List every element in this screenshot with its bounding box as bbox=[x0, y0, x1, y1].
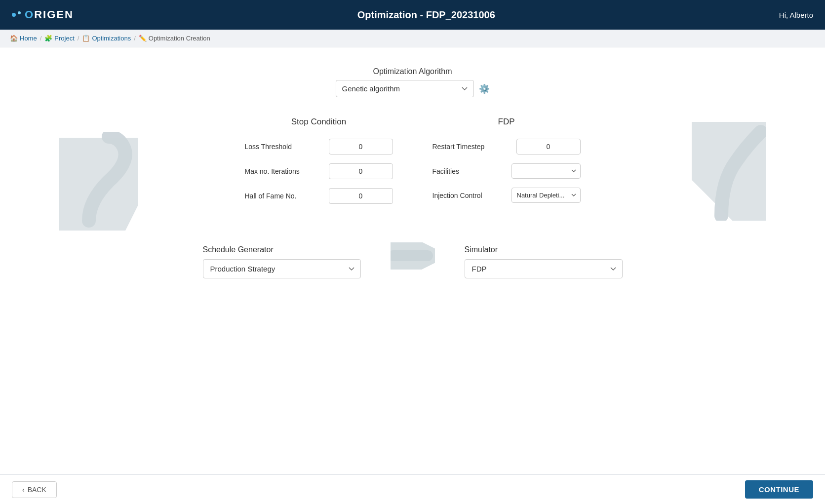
optimizations-icon: 📋 bbox=[82, 35, 90, 42]
max-iterations-row: Max no. Iterations bbox=[245, 163, 393, 179]
project-icon: 🧩 bbox=[44, 35, 52, 42]
schedule-generator-label: Schedule Generator bbox=[203, 245, 361, 254]
facilities-label: Facilities bbox=[432, 167, 502, 175]
hall-of-fame-input[interactable] bbox=[329, 188, 393, 204]
header-title: Optimization - FDP_20231006 bbox=[357, 9, 495, 21]
facilities-row: Facilities bbox=[432, 163, 581, 179]
middle-area: Stop Condition Loss Threshold Max no. It… bbox=[20, 117, 805, 213]
facilities-select[interactable] bbox=[511, 163, 581, 179]
breadcrumb: 🏠 Home / 🧩 Project / 📋 Optimizations / ✏… bbox=[0, 30, 825, 47]
breadcrumb-current: ✏️ Optimization Creation bbox=[139, 35, 210, 42]
fdp-section: FDP Restart Timestep Facilities Injectio… bbox=[432, 117, 581, 212]
algorithm-label: Optimization Algorithm bbox=[373, 67, 452, 76]
header: ORIGEN Optimization - FDP_20231006 Hi, A… bbox=[0, 0, 825, 30]
simulator-section: Simulator FDP Eclipse OPM bbox=[465, 245, 623, 278]
schedule-generator-section: Schedule Generator Production Strategy O… bbox=[203, 245, 361, 278]
simulator-select[interactable]: FDP Eclipse OPM bbox=[465, 259, 623, 278]
bottom-section: Schedule Generator Production Strategy O… bbox=[20, 242, 805, 278]
fdp-title: FDP bbox=[432, 117, 581, 127]
back-button[interactable]: ‹ BACK bbox=[12, 481, 57, 498]
form-sections: Stop Condition Loss Threshold Max no. It… bbox=[20, 117, 805, 213]
arrow-between-decoration bbox=[391, 242, 435, 271]
algorithm-select-wrap: Genetic algorithm Particle Swarm Simulat… bbox=[336, 80, 490, 97]
back-chevron-icon: ‹ bbox=[22, 486, 25, 494]
injection-control-label: Injection Control bbox=[432, 192, 502, 199]
logo: ORIGEN bbox=[12, 8, 74, 21]
loss-threshold-row: Loss Threshold bbox=[245, 139, 393, 155]
hall-of-fame-row: Hall of Fame No. bbox=[245, 188, 393, 204]
max-iterations-label: Max no. Iterations bbox=[245, 167, 314, 175]
loss-threshold-input[interactable] bbox=[329, 139, 393, 155]
breadcrumb-optimizations[interactable]: 📋 Optimizations bbox=[82, 35, 131, 42]
main-content: Optimization Algorithm Genetic algorithm… bbox=[0, 47, 825, 497]
restart-timestep-input[interactable] bbox=[516, 139, 581, 155]
breadcrumb-project[interactable]: 🧩 Project bbox=[44, 35, 74, 42]
loss-threshold-label: Loss Threshold bbox=[245, 143, 314, 151]
logo-dot1 bbox=[12, 13, 16, 17]
continue-button[interactable]: CONTINUE bbox=[745, 480, 813, 499]
max-iterations-input[interactable] bbox=[329, 163, 393, 179]
simulator-label: Simulator bbox=[465, 245, 623, 254]
restart-timestep-row: Restart Timestep bbox=[432, 139, 581, 155]
footer: ‹ BACK CONTINUE bbox=[0, 474, 825, 504]
breadcrumb-sep1: / bbox=[40, 35, 42, 42]
logo-dots bbox=[12, 13, 21, 17]
logo-dot2 bbox=[18, 11, 21, 14]
breadcrumb-sep3: / bbox=[134, 35, 136, 42]
restart-timestep-label: Restart Timestep bbox=[432, 143, 502, 151]
home-icon: 🏠 bbox=[10, 35, 18, 42]
injection-control-row: Injection Control Natural Depleti... bbox=[432, 188, 581, 203]
schedule-generator-select[interactable]: Production Strategy Option 2 bbox=[203, 259, 361, 278]
algorithm-select[interactable]: Genetic algorithm Particle Swarm Simulat… bbox=[336, 80, 474, 97]
breadcrumb-sep2: / bbox=[78, 35, 79, 42]
stop-condition-title: Stop Condition bbox=[245, 117, 393, 127]
algorithm-inner: Optimization Algorithm Genetic algorithm… bbox=[336, 67, 490, 97]
header-user: Hi, Alberto bbox=[779, 11, 813, 19]
algorithm-section: Optimization Algorithm Genetic algorithm… bbox=[20, 62, 805, 97]
hall-of-fame-label: Hall of Fame No. bbox=[245, 192, 314, 200]
gear-icon[interactable]: ⚙️ bbox=[479, 83, 490, 94]
breadcrumb-home[interactable]: 🏠 Home bbox=[10, 35, 37, 42]
injection-control-select[interactable]: Natural Depleti... bbox=[511, 188, 581, 203]
stop-condition-section: Stop Condition Loss Threshold Max no. It… bbox=[245, 117, 393, 213]
pencil-icon: ✏️ bbox=[139, 35, 147, 42]
logo-text: ORIGEN bbox=[25, 8, 74, 21]
